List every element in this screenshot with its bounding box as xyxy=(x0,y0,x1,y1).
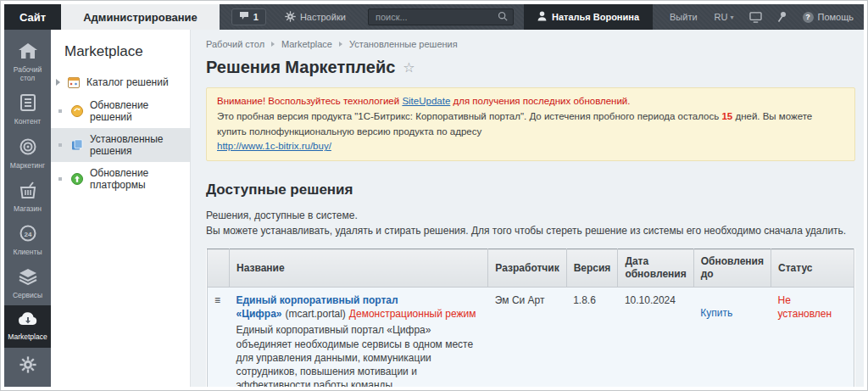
solutions-table: Название Разработчик Версия Дата обновле… xyxy=(206,249,855,387)
col-header-status: Статус xyxy=(771,249,854,288)
bullet-icon xyxy=(58,177,62,181)
body: Рабочий стол Контент Маркетинг Магазин 2… xyxy=(4,30,864,387)
rail-item-marketplace[interactable]: Marketplace xyxy=(4,305,51,347)
target-icon xyxy=(19,138,36,159)
breadcrumb-separator-icon xyxy=(271,42,275,47)
col-header-version: Версия xyxy=(566,249,618,288)
clients-24-icon: 24 xyxy=(19,225,36,245)
developer-name: Эм Си Арт xyxy=(495,294,545,306)
basket-icon xyxy=(19,182,37,202)
top-bar: Сайт Администрирование 1 Настройки xyxy=(4,4,864,30)
buy-url-link[interactable]: http://www.1c-bitrix.ru/buy/ xyxy=(217,141,331,151)
marketplace-sidebar: Marketplace Каталог решений Обновление р… xyxy=(51,30,191,387)
demo-mode-note: Демонстрационный режим xyxy=(349,308,476,320)
rail-settings-gear[interactable] xyxy=(4,348,51,387)
main-content: Рабочий стол Marketplace Установленные р… xyxy=(191,30,864,387)
logout-button[interactable]: Выйти xyxy=(670,4,698,30)
breadcrumb-marketplace[interactable]: Marketplace xyxy=(281,39,332,49)
screenshot-frame: Сайт Администрирование 1 Настройки xyxy=(0,0,868,391)
buy-link[interactable]: Купить xyxy=(700,306,732,320)
rail-item-marketing[interactable]: Маркетинг xyxy=(4,132,51,176)
bullet-icon xyxy=(58,143,62,147)
notifications-counter[interactable]: 1 xyxy=(231,8,266,25)
col-header-name: Название xyxy=(230,249,488,288)
section-title: Доступные решения xyxy=(206,182,857,198)
search-icon[interactable] xyxy=(498,11,508,24)
update-solutions-icon xyxy=(70,104,84,118)
sidebar-item-update-solutions[interactable]: Обновление решений xyxy=(51,94,190,128)
platform-update-icon xyxy=(70,172,84,186)
chevron-down-icon: ▾ xyxy=(730,14,733,21)
home-icon xyxy=(18,42,38,63)
left-rail: Рабочий стол Контент Маркетинг Магазин 2… xyxy=(4,30,51,387)
rail-item-services[interactable]: Сервисы xyxy=(4,262,51,305)
rail-item-shop[interactable]: Магазин xyxy=(4,176,51,219)
table-row: ≡ Единый корпоративный портал «Цифра»(mc… xyxy=(208,288,854,387)
expand-arrow-icon xyxy=(56,79,60,86)
svg-text:24: 24 xyxy=(24,230,31,237)
breadcrumb-separator-icon xyxy=(339,42,342,47)
rail-item-desktop[interactable]: Рабочий стол xyxy=(4,36,51,88)
breadcrumb-desktop[interactable]: Рабочий стол xyxy=(206,39,264,49)
sidebar-title: Marketplace xyxy=(51,38,190,70)
col-header-updates-until: Обновления до xyxy=(693,249,771,288)
sidebar-item-platform-update[interactable]: Обновление платформы xyxy=(51,162,190,196)
tab-administration[interactable]: Администрирование xyxy=(61,4,220,30)
layers-icon xyxy=(19,268,37,288)
user-name: Наталья Воронина xyxy=(552,12,639,22)
breadcrumb-installed-solutions[interactable]: Установленные решения xyxy=(349,39,458,49)
catalog-icon xyxy=(67,75,81,89)
pin-icon[interactable] xyxy=(777,4,787,30)
trial-warning-box: Внимание! Воспользуйтесь технологией Sit… xyxy=(206,87,855,161)
gear-icon xyxy=(285,11,296,24)
sidebar-item-installed-solutions[interactable]: Установленные решения xyxy=(51,128,190,162)
col-header-developer: Разработчик xyxy=(488,249,566,288)
rail-item-clients[interactable]: 24 Клиенты xyxy=(4,219,51,262)
col-header-update-date: Дата обновления xyxy=(618,249,693,288)
gear-icon xyxy=(19,356,36,377)
bullet-icon xyxy=(58,109,62,113)
rail-item-content[interactable]: Контент xyxy=(4,88,51,131)
language-selector[interactable]: RU▾ xyxy=(715,4,734,30)
help-button[interactable]: ? Помощь xyxy=(803,4,854,30)
tab-site[interactable]: Сайт xyxy=(4,4,61,30)
sidebar-item-catalog[interactable]: Каталог решений xyxy=(51,70,190,94)
user-icon xyxy=(537,11,547,23)
cloud-download-icon xyxy=(18,311,38,330)
settings-button[interactable]: Настройки xyxy=(285,11,346,24)
breadcrumb: Рабочий стол Marketplace Установленные р… xyxy=(206,39,857,49)
bitrix-admin-app: Сайт Администрирование 1 Настройки xyxy=(4,4,864,387)
siteupdate-link[interactable]: SiteUpdate xyxy=(402,96,450,106)
row-menu-icon[interactable]: ≡ xyxy=(214,294,220,306)
installed-solutions-icon xyxy=(70,138,84,152)
question-icon: ? xyxy=(803,12,814,23)
desktop-view-icon[interactable] xyxy=(749,4,762,30)
status-badge: Не установлен xyxy=(778,294,832,320)
favorite-star-icon[interactable]: ☆ xyxy=(403,59,415,75)
notification-bubble-icon xyxy=(239,11,249,23)
current-user-menu[interactable]: Наталья Воронина xyxy=(524,4,653,30)
trial-days-left: 15 xyxy=(721,111,732,121)
search-box xyxy=(368,8,514,25)
intro-text: Решения, доступные в системе. Вы можете … xyxy=(206,209,857,238)
search-input[interactable] xyxy=(374,11,498,23)
document-icon xyxy=(20,94,36,115)
page-title: Решения Маркетплейс xyxy=(206,58,395,77)
table-header-row: Название Разработчик Версия Дата обновле… xyxy=(208,249,854,288)
